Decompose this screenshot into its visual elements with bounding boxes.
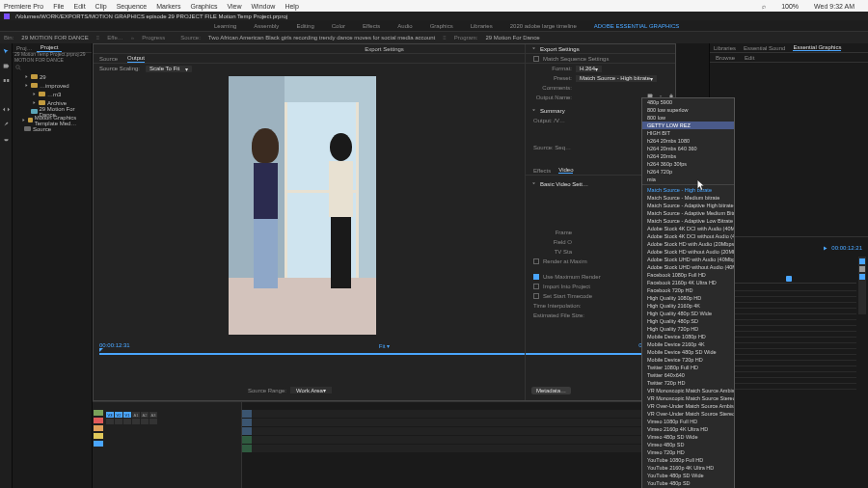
preset-item[interactable]: Vimeo 1080p Full HD bbox=[642, 418, 734, 425]
tab-libraries[interactable]: Libraries bbox=[714, 45, 736, 51]
tree-row[interactable]: 29 bbox=[13, 72, 92, 81]
track-toggle[interactable] bbox=[115, 419, 122, 424]
menu-item[interactable]: Window bbox=[252, 3, 276, 10]
pen-tool-icon[interactable] bbox=[2, 120, 11, 128]
label-color[interactable] bbox=[94, 433, 103, 439]
preset-item[interactable]: High Quality 1080p HD bbox=[642, 294, 734, 302]
preset-item[interactable]: VR Over-Under Match Source Stereo Audio bbox=[642, 410, 734, 418]
preset-item[interactable]: Twitter 640x640 bbox=[642, 371, 734, 379]
zoom-controls[interactable] bbox=[858, 257, 866, 314]
preset-item[interactable]: Match Source - Adaptive Low Bitrate bbox=[642, 217, 734, 225]
scaling-dropdown[interactable]: Scale To Fit ▾ bbox=[146, 66, 192, 72]
label-color[interactable] bbox=[94, 441, 103, 447]
menu-item[interactable]: Graphics bbox=[190, 3, 217, 10]
tab-output[interactable]: Output bbox=[127, 55, 145, 63]
preset-item[interactable]: h264 20mbs bbox=[642, 152, 734, 160]
tab-essential-sound[interactable]: Essential Sound bbox=[744, 45, 785, 51]
preset-item[interactable]: GETTY LOW REZ bbox=[642, 122, 734, 129]
preset-item[interactable]: High Quality 480p SD bbox=[642, 317, 734, 325]
track-toggle[interactable]: V1 bbox=[123, 412, 131, 418]
track-toggle[interactable] bbox=[132, 419, 140, 424]
search-icon[interactable]: ⌕ bbox=[762, 3, 766, 10]
track-toggle[interactable]: A2 bbox=[141, 412, 149, 418]
metadata-button[interactable]: Metadata… bbox=[531, 387, 571, 394]
ws-tab[interactable]: Graphics bbox=[430, 23, 453, 29]
preset-item[interactable]: h264 360p 30fps bbox=[642, 160, 734, 168]
preset-dropdown-menu[interactable]: 480p 5900800 low superlow800 lowGETTY LO… bbox=[641, 97, 735, 488]
preset-item[interactable]: VR Over-Under Match Source Ambisonics bbox=[642, 402, 734, 410]
hand-tool-icon[interactable] bbox=[2, 134, 11, 143]
timecode[interactable]: 00:00:12:21 bbox=[831, 245, 862, 251]
preset-item[interactable]: Twitter 1080p Full HD bbox=[642, 364, 734, 371]
preset-item[interactable]: Adobe Stock HD with Audio (20Mbps) bbox=[642, 240, 734, 248]
type-tool-icon[interactable] bbox=[2, 149, 11, 157]
match-seq-checkbox[interactable] bbox=[533, 56, 539, 62]
menu-item[interactable]: Clip bbox=[95, 3, 107, 10]
ripple-edit-icon[interactable] bbox=[2, 76, 11, 85]
ws-tab[interactable]: 2020 adobe large timeline bbox=[510, 23, 577, 29]
tab-essential-graphics[interactable]: Essential Graphics bbox=[793, 44, 841, 51]
preset-item[interactable]: Vimeo 480p SD Wide bbox=[642, 433, 734, 441]
preset-item[interactable]: mia bbox=[642, 176, 734, 183]
chevron-down-icon[interactable] bbox=[531, 181, 536, 187]
bin-name[interactable]: 29 MOTION FOR DANCE bbox=[21, 35, 88, 41]
set-tc-checkbox[interactable] bbox=[533, 293, 539, 299]
preset-item[interactable]: Adobe Stock 4K DCI without Audio (40Mbps… bbox=[642, 232, 734, 240]
track-select-icon[interactable] bbox=[2, 62, 11, 70]
razor-tool-icon[interactable] bbox=[2, 91, 11, 99]
effects-tab[interactable]: Effects bbox=[533, 168, 551, 174]
preset-item[interactable]: h264 20mbs 640 360 bbox=[642, 145, 734, 152]
track-toggle[interactable] bbox=[106, 419, 114, 424]
preset-item[interactable]: HIGH BIT bbox=[642, 129, 734, 137]
preset-item[interactable]: VR Monoscopic Match Source Ambisonics bbox=[642, 387, 734, 394]
preset-item[interactable]: Facebook 2160p 4K Ultra HD bbox=[642, 279, 734, 286]
chevron-right-icon[interactable] bbox=[32, 100, 37, 106]
play-icon[interactable] bbox=[822, 245, 827, 251]
preset-item[interactable]: Adobe Stock UHD without Audio (40Mbps) bbox=[642, 263, 734, 271]
preset-item[interactable]: Vimeo 480p SD bbox=[642, 441, 734, 448]
chevron-right-icon[interactable] bbox=[32, 92, 37, 97]
chevron-right-icon[interactable] bbox=[24, 83, 29, 89]
preset-item[interactable]: Mobile Device 480p SD Wide bbox=[642, 348, 734, 356]
ws-tab[interactable]: Learning bbox=[214, 23, 236, 29]
preset-item[interactable]: Match Source - Adaptive Medium Bitrate bbox=[642, 209, 734, 217]
tab-source[interactable]: Source bbox=[99, 56, 118, 62]
chevron-right-icon[interactable] bbox=[21, 118, 26, 123]
preset-item[interactable]: Vimeo 720p HD bbox=[642, 448, 734, 456]
effects-label[interactable]: Effe… bbox=[107, 35, 123, 41]
ws-tab[interactable]: Color bbox=[332, 23, 345, 29]
ws-tab[interactable]: ADOBE ESSENTIAL GRAPHICS bbox=[594, 23, 679, 29]
tree-row[interactable]: Motion Graphics Template Med… bbox=[13, 116, 92, 124]
preset-dropdown[interactable]: Match Source - High bitrate ▾ bbox=[576, 75, 657, 82]
selection-tool-icon[interactable] bbox=[2, 47, 11, 56]
preset-item[interactable]: Mobile Device 1080p HD bbox=[642, 333, 734, 340]
preset-item[interactable]: YouTube 2160p 4K Ultra HD bbox=[642, 464, 734, 472]
preset-item[interactable]: Facebook 720p HD bbox=[642, 286, 734, 294]
timeline-tracks[interactable] bbox=[242, 410, 709, 477]
preset-item[interactable]: Facebook 1080p Full HD bbox=[642, 271, 734, 279]
menu-item[interactable]: Markers bbox=[156, 3, 180, 10]
chevron-down-icon[interactable] bbox=[531, 108, 536, 114]
preset-item[interactable]: YouTube 1080p Full HD bbox=[642, 456, 734, 464]
preset-item[interactable]: Match Source - Adaptive High bitrate bbox=[642, 202, 734, 209]
preset-item[interactable]: Vimeo 2160p 4K Ultra HD bbox=[642, 425, 734, 433]
preset-item[interactable]: 800 low superlow bbox=[642, 106, 734, 114]
preset-item[interactable]: Match Source - Medium bitrate bbox=[642, 194, 734, 202]
subtab-edit[interactable]: Edit bbox=[745, 55, 754, 61]
preset-item[interactable]: Adobe Stock UHD with Audio (40Mbps) bbox=[642, 256, 734, 263]
track-toggle[interactable]: A3 bbox=[149, 412, 157, 418]
preset-item[interactable]: YouTube 480p SD bbox=[642, 479, 734, 487]
menu-item[interactable]: View bbox=[227, 3, 241, 10]
fit-dropdown[interactable]: Fit bbox=[379, 343, 386, 349]
slip-tool-icon[interactable] bbox=[2, 105, 11, 114]
import-proj-checkbox[interactable] bbox=[533, 284, 539, 289]
timecode-left[interactable]: 00:00:12:31 bbox=[99, 342, 130, 348]
ws-tab[interactable]: Editing bbox=[296, 23, 313, 29]
track-toggle[interactable] bbox=[123, 419, 131, 424]
menu-item[interactable]: Sequence bbox=[117, 3, 148, 10]
preset-item[interactable]: Twitter 720p HD bbox=[642, 379, 734, 387]
chevron-right-icon[interactable] bbox=[24, 74, 29, 80]
program-name[interactable]: 29 Motion For Dance bbox=[485, 35, 539, 41]
max-render-checkbox[interactable] bbox=[533, 274, 539, 280]
tree-row[interactable]: …improved bbox=[13, 81, 92, 90]
